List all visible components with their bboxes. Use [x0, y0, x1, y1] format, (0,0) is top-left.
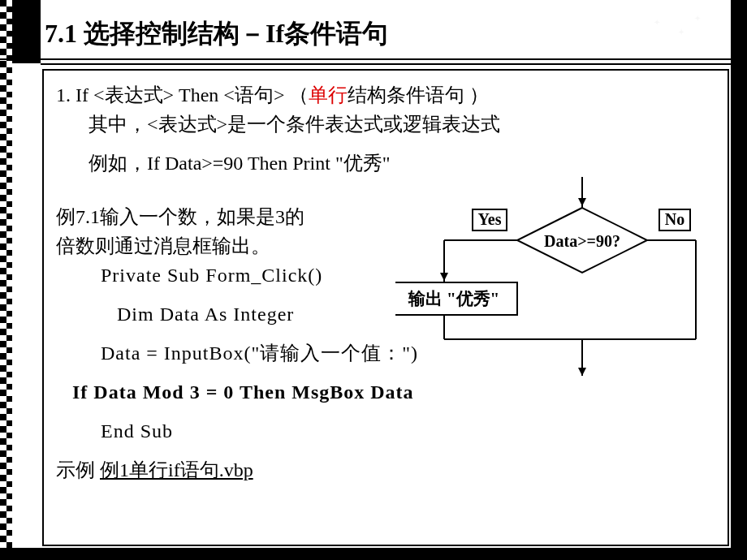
- flow-cond-text: Data>=90?: [544, 232, 620, 250]
- flow-yes-label: Yes: [478, 210, 502, 228]
- desc-line: 其中，<表达式>是一个条件表达式或逻辑表达式: [89, 110, 715, 139]
- flow-no-label: No: [665, 210, 684, 228]
- example-file-link[interactable]: 例1单行if语句.vbp: [100, 459, 253, 480]
- svg-marker-14: [578, 368, 586, 376]
- page-title: 7.1 选择控制结构－If条件语句: [45, 16, 388, 52]
- flowchart: Data>=90? Yes No 输出 "优秀": [395, 177, 716, 388]
- example-file-row: 示例 例1单行if语句.vbp: [56, 455, 715, 485]
- code-endsub: End Sub: [101, 416, 715, 446]
- syntax-line: 1. If <表达式> Then <语句> （单行结构条件语句 ）: [56, 80, 715, 110]
- example-if: 例如，If Data>=90 Then Print "优秀": [89, 149, 715, 178]
- svg-marker-5: [440, 273, 448, 281]
- svg-marker-1: [578, 198, 586, 206]
- flow-output-text: 输出 "优秀": [408, 289, 500, 308]
